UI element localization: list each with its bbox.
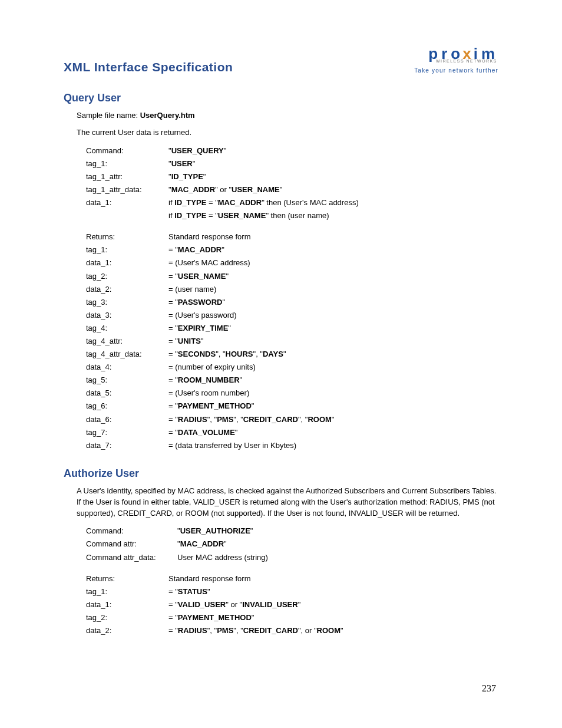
spec-value: = "SECONDS", "HOURS", "DAYS" [168, 348, 498, 361]
spec-row: data_3:= (User's password) [86, 309, 498, 322]
spec-label: data_1: [86, 256, 168, 269]
spec-row: tag_3:= "PASSWORD" [86, 296, 498, 309]
brand-logo: proxim WIRELESS NETWORKS Take your netwo… [414, 46, 498, 74]
spec-row: Command attr:"MAC_ADDR" [86, 538, 498, 551]
authorize-user-request-table: Command:"USER_AUTHORIZE"Command attr:"MA… [86, 525, 498, 564]
spec-label: Command: [86, 144, 168, 157]
spec-value: "MAC_ADDR" [177, 538, 498, 551]
spec-label: tag_5: [86, 374, 168, 387]
spec-label: Command attr: [86, 538, 177, 551]
spec-label: tag_2: [86, 270, 168, 283]
logo-tagline: Take your network further [414, 68, 498, 74]
spec-row: data_7:= (data transferred by User in Kb… [86, 439, 498, 452]
spec-label: data_1: [86, 196, 168, 209]
section-title-query-user: Query User [64, 92, 498, 104]
spec-value: = "MAC_ADDR" [168, 243, 498, 256]
spec-label: tag_3: [86, 296, 168, 309]
sample-file-label: Sample file name: [77, 111, 140, 120]
sample-file-name: UserQuery.htm [140, 111, 195, 120]
spec-value: = "ROOM_NUMBER" [168, 374, 498, 387]
spec-value: = "VALID_USER" or "INVALID_USER" [168, 598, 498, 611]
spec-row: data_1:= (User's MAC address) [86, 256, 498, 269]
spec-label: data_3: [86, 309, 168, 322]
spec-row: tag_1_attr:"ID_TYPE" [86, 170, 498, 183]
spec-row: data_5:= (User's room number) [86, 387, 498, 400]
spec-label: tag_4: [86, 322, 168, 335]
spec-value: Standard response form [168, 572, 498, 585]
spec-row: tag_2:= "PAYMENT_METHOD" [86, 611, 498, 624]
spec-label: tag_7: [86, 426, 168, 439]
spec-row: data_6:= "RADIUS", "PMS", "CREDIT_CARD",… [86, 413, 498, 426]
spec-value: if ID_TYPE = "USER_NAME" then (user name… [168, 209, 498, 222]
spec-label: data_1: [86, 598, 168, 611]
spec-value: "USER" [168, 157, 498, 170]
spec-value: = "STATUS" [168, 585, 498, 598]
spec-label: tag_4_attr: [86, 335, 168, 348]
sample-file-line: Sample file name: UserQuery.htm [77, 110, 498, 121]
spec-row: if ID_TYPE = "USER_NAME" then (user name… [86, 209, 498, 222]
spec-value: = "RADIUS", "PMS", "CREDIT_CARD", or "RO… [168, 624, 498, 637]
spec-row: tag_5:= "ROOM_NUMBER" [86, 374, 498, 387]
spec-value: = (number of expiry units) [168, 361, 498, 374]
spec-row: tag_4_attr:= "UNITS" [86, 335, 498, 348]
query-user-response-table: Returns:Standard response formtag_1:= "M… [86, 230, 498, 452]
spec-row: tag_1:= "MAC_ADDR" [86, 243, 498, 256]
query-user-request-table: Command:"USER_QUERY"tag_1:"USER"tag_1_at… [86, 144, 498, 223]
spec-row: tag_1:= "STATUS" [86, 585, 498, 598]
spec-label: tag_4_attr_data: [86, 348, 168, 361]
spec-row: tag_4:= "EXPIRY_TIME" [86, 322, 498, 335]
spec-value: = "EXPIRY_TIME" [168, 322, 498, 335]
spec-row: tag_1:"USER" [86, 157, 498, 170]
spec-row: tag_4_attr_data:= "SECONDS", "HOURS", "D… [86, 348, 498, 361]
authorize-user-response-table: Returns:Standard response formtag_1:= "S… [86, 572, 498, 637]
spec-label: tag_1: [86, 243, 168, 256]
spec-label: Command: [86, 525, 177, 538]
spec-row: data_2:= "RADIUS", "PMS", "CREDIT_CARD",… [86, 624, 498, 637]
logo-subtext: WIRELESS NETWORKS [414, 59, 497, 63]
spec-label: data_6: [86, 413, 168, 426]
spec-label: tag_6: [86, 400, 168, 413]
authorize-user-description: A User's identity, specified by MAC addr… [77, 486, 498, 519]
spec-value: = (user name) [168, 283, 498, 296]
spec-row: Command attr_data:User MAC address (stri… [86, 551, 498, 564]
spec-value: = "PAYMENT_METHOD" [168, 400, 498, 413]
spec-label [86, 209, 168, 222]
spec-value: = "PAYMENT_METHOD" [168, 611, 498, 624]
spec-value: = "UNITS" [168, 335, 498, 348]
spec-label: data_7: [86, 439, 168, 452]
spec-row: tag_1_attr_data:"MAC_ADDR" or "USER_NAME… [86, 183, 498, 196]
spec-value: = (User's room number) [168, 387, 498, 400]
page: XML Interface Specification proxim WIREL… [0, 0, 562, 728]
spec-label: data_4: [86, 361, 168, 374]
spec-row: tag_6:= "PAYMENT_METHOD" [86, 400, 498, 413]
spec-label: tag_1_attr_data: [86, 183, 168, 196]
spec-row: tag_7:= "DATA_VOLUME" [86, 426, 498, 439]
spec-value: = "USER_NAME" [168, 270, 498, 283]
spec-value: Standard response form [168, 230, 498, 243]
spec-label: data_2: [86, 624, 168, 637]
spec-value: = (User's MAC address) [168, 256, 498, 269]
spec-row: Returns:Standard response form [86, 230, 498, 243]
spec-label: tag_2: [86, 611, 168, 624]
query-user-description: The current User data is returned. [77, 127, 498, 139]
spec-label: Returns: [86, 230, 168, 243]
spec-value: "USER_AUTHORIZE" [177, 525, 498, 538]
spec-value: = "DATA_VOLUME" [168, 426, 498, 439]
page-header: XML Interface Specification proxim WIREL… [64, 46, 498, 74]
spec-value: User MAC address (string) [177, 551, 498, 564]
spec-row: tag_2:= "USER_NAME" [86, 270, 498, 283]
spec-row: data_1:if ID_TYPE = "MAC_ADDR" then (Use… [86, 196, 498, 209]
spec-row: Command:"USER_QUERY" [86, 144, 498, 157]
spec-value: "MAC_ADDR" or "USER_NAME" [168, 183, 498, 196]
spec-row: data_2:= (user name) [86, 283, 498, 296]
spec-value: if ID_TYPE = "MAC_ADDR" then (User's MAC… [168, 196, 498, 209]
spec-row: data_1:= "VALID_USER" or "INVALID_USER" [86, 598, 498, 611]
page-number: 237 [482, 683, 496, 694]
spec-value: "ID_TYPE" [168, 170, 498, 183]
spec-row: Command:"USER_AUTHORIZE" [86, 525, 498, 538]
spec-label: tag_1: [86, 157, 168, 170]
spec-label: Returns: [86, 572, 168, 585]
spec-value: = (data transferred by User in Kbytes) [168, 439, 498, 452]
spec-label: data_2: [86, 283, 168, 296]
spec-value: = (User's password) [168, 309, 498, 322]
